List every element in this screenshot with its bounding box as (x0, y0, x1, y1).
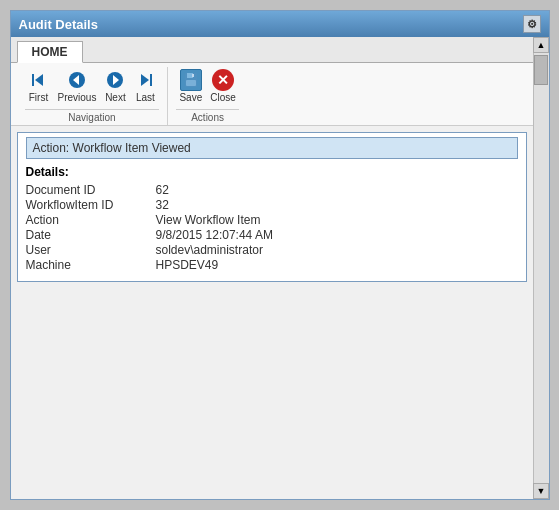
scrollbar-right: ▲ ▼ (533, 37, 549, 499)
scroll-track[interactable] (534, 53, 549, 483)
label-machine: Machine (26, 258, 156, 272)
next-label: Next (105, 92, 126, 103)
value-action: View Workflow Item (156, 213, 261, 227)
save-button[interactable]: Save (176, 67, 205, 105)
scroll-down-arrow[interactable]: ▼ (533, 483, 549, 499)
next-icon (104, 69, 126, 91)
details-box: Action: Workflow Item Viewed Details: Do… (17, 132, 527, 282)
value-workflowitem-id: 32 (156, 198, 169, 212)
value-machine: HPSDEV49 (156, 258, 219, 272)
table-row: Action View Workflow Item (26, 213, 518, 227)
value-date: 9/8/2015 12:07:44 AM (156, 228, 273, 242)
label-date: Date (26, 228, 156, 242)
previous-label: Previous (58, 92, 97, 103)
save-icon (180, 69, 202, 91)
action-header: Action: Workflow Item Viewed (26, 137, 518, 159)
scroll-up-arrow[interactable]: ▲ (533, 37, 549, 53)
table-row: WorkflowItem ID 32 (26, 198, 518, 212)
previous-icon (66, 69, 88, 91)
close-label: Close (210, 92, 236, 103)
navigation-group-label: Navigation (25, 109, 160, 123)
svg-rect-10 (186, 80, 196, 86)
ribbon-group-navigation: First Previous (17, 67, 169, 125)
next-button[interactable]: Next (101, 67, 129, 105)
ribbon-group-actions: Save ✕ Close Actions (168, 67, 246, 125)
first-label: First (29, 92, 48, 103)
title-bar: Audit Details ⚙ (11, 11, 549, 37)
window-title: Audit Details (19, 17, 98, 32)
svg-rect-0 (32, 74, 34, 86)
value-user: soldev\administrator (156, 243, 263, 257)
window-body: HOME First (11, 37, 549, 499)
details-title: Details: (26, 165, 518, 179)
label-action: Action (26, 213, 156, 227)
svg-marker-1 (35, 74, 43, 86)
table-row: Machine HPSDEV49 (26, 258, 518, 272)
svg-rect-11 (192, 74, 194, 77)
tab-home[interactable]: HOME (17, 41, 83, 63)
audit-details-window: Audit Details ⚙ HOME (10, 10, 550, 500)
first-icon (28, 69, 50, 91)
table-row: Document ID 62 (26, 183, 518, 197)
close-button[interactable]: ✕ Close (207, 67, 239, 105)
close-icon: ✕ (212, 69, 234, 91)
label-document-id: Document ID (26, 183, 156, 197)
tab-bar: HOME (11, 37, 533, 63)
action-buttons: Save ✕ Close (176, 67, 238, 105)
ribbon: First Previous (11, 63, 533, 126)
main-content: HOME First (11, 37, 533, 499)
last-button[interactable]: Last (131, 67, 159, 105)
table-row: Date 9/8/2015 12:07:44 AM (26, 228, 518, 242)
last-label: Last (136, 92, 155, 103)
svg-rect-6 (150, 74, 152, 86)
nav-buttons: First Previous (25, 67, 160, 105)
content-area: Action: Workflow Item Viewed Details: Do… (11, 126, 533, 499)
actions-group-label: Actions (176, 109, 238, 123)
previous-button[interactable]: Previous (55, 67, 100, 105)
save-label: Save (179, 92, 202, 103)
table-row: User soldev\administrator (26, 243, 518, 257)
gear-icon[interactable]: ⚙ (523, 15, 541, 33)
label-workflowitem-id: WorkflowItem ID (26, 198, 156, 212)
value-document-id: 62 (156, 183, 169, 197)
label-user: User (26, 243, 156, 257)
last-icon (134, 69, 156, 91)
svg-marker-7 (141, 74, 149, 86)
first-button[interactable]: First (25, 67, 53, 105)
scroll-thumb[interactable] (534, 55, 548, 85)
